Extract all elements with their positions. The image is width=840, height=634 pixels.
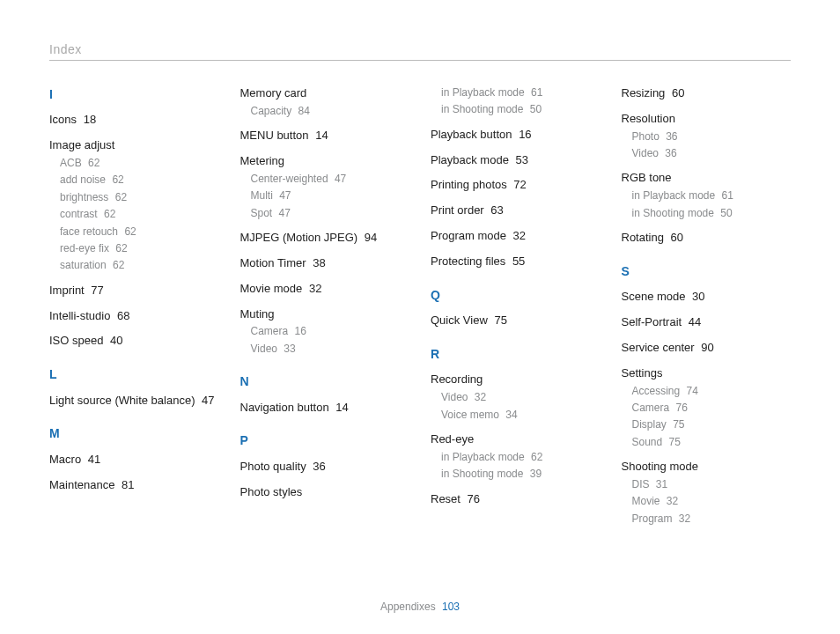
index-entry[interactable]: Imprint 77 [49, 283, 219, 299]
index-group-label[interactable]: Memory card [240, 85, 410, 102]
index-entry[interactable]: Scene mode 30 [622, 289, 792, 306]
index-subentry[interactable]: in Playback mode 61 [632, 188, 792, 203]
index-subentry-page: 62 [113, 242, 128, 254]
index-subentry-label: in Shooting mode [632, 207, 714, 219]
index-subentry-page: 39 [527, 468, 542, 480]
index-entry-page: 14 [313, 129, 328, 142]
index-subentry-label: Spot [251, 207, 273, 219]
index-entry[interactable]: Reset 76 [431, 491, 601, 508]
index-group-label[interactable]: Resolution [622, 111, 792, 128]
index-subentry[interactable]: Video 33 [251, 342, 410, 357]
footer-page: 103 [442, 601, 460, 613]
index-entry-label: Print order [431, 203, 484, 217]
index-subentry[interactable]: Camera 76 [632, 401, 792, 416]
index-group-label[interactable]: Metering [240, 153, 410, 170]
index-subentry[interactable]: add noise 62 [60, 173, 219, 188]
index-entry-label: Motion Timer [240, 256, 306, 269]
index-subentry-label: brightness [60, 191, 108, 203]
index-group-label[interactable]: RGB tone [622, 170, 792, 187]
index-subentry[interactable]: in Shooting mode 39 [441, 467, 601, 482]
index-entry-page: 44 [685, 315, 701, 328]
index-column: Resizing 60ResolutionPhoto 36Video 36RGB… [622, 85, 792, 535]
index-entry[interactable]: Self-Portrait 44 [622, 314, 792, 331]
index-entry[interactable]: Maintenance 81 [49, 477, 219, 494]
index-subentry[interactable]: Camera 16 [251, 324, 410, 339]
index-subentry-label: Capacity [251, 105, 292, 117]
index-entry[interactable]: MJPEG (Motion JPEG) 94 [240, 230, 410, 247]
index-subentry[interactable]: brightness 62 [60, 190, 219, 205]
index-entry[interactable]: Playback mode 53 [431, 152, 601, 169]
index-group-label[interactable]: Settings [622, 365, 792, 382]
index-group: RGB tonein Playback mode 61in Shooting m… [622, 170, 792, 221]
index-subentry[interactable]: saturation 62 [60, 258, 219, 273]
index-group-label[interactable]: Recording [431, 372, 601, 388]
index-entry[interactable]: Resizing 60 [622, 85, 792, 102]
index-group-label[interactable]: Image adjust [49, 137, 219, 154]
index-entry[interactable]: Movie mode 32 [240, 281, 410, 298]
index-entry[interactable]: Macro 41 [49, 452, 219, 468]
index-subentry[interactable]: Sound 75 [632, 435, 792, 450]
index-entry[interactable]: Printing photos 72 [431, 177, 601, 194]
index-subentry[interactable]: Center-weighted 47 [251, 172, 410, 187]
index-group-label[interactable]: Muting [240, 306, 410, 323]
index-entry[interactable]: ISO speed 40 [49, 333, 219, 350]
index-entry[interactable]: Motion Timer 38 [240, 255, 410, 272]
index-subentry-page: 62 [122, 225, 136, 238]
index-subentry[interactable]: in Shooting mode 50 [441, 102, 601, 117]
index-subentry[interactable]: Voice memo 34 [441, 408, 601, 423]
index-entry-page: 47 [198, 394, 214, 407]
index-subgroup: in Playback mode 61in Shooting mode 50 [431, 85, 601, 118]
index-subentry[interactable]: in Shooting mode 50 [632, 206, 792, 221]
index-entry[interactable]: Service center 90 [622, 340, 792, 357]
index-entry[interactable]: Light source (White balance) 47 [49, 393, 219, 409]
index-subentry[interactable]: in Playback mode 62 [441, 450, 601, 465]
index-entry[interactable]: Print order 63 [431, 203, 601, 219]
index-entry[interactable]: Quick View 75 [431, 313, 601, 329]
index-subentry[interactable]: Photo 36 [632, 129, 792, 144]
index-subentry[interactable]: Movie 32 [632, 494, 792, 509]
index-subentry-label: Accessing [632, 385, 681, 397]
index-entry[interactable]: Navigation button 14 [240, 400, 410, 417]
index-subentry-label: in Shooting mode [441, 468, 523, 480]
index-entry-page: 18 [80, 113, 96, 126]
index-subentry-page: 31 [653, 478, 668, 490]
index-entry-label: Light source (White balance) [49, 394, 195, 407]
index-group-label[interactable]: Red-eye [431, 431, 601, 448]
index-group-label[interactable]: Shooting mode [622, 459, 792, 476]
index-entry-label: Intelli-studio [49, 309, 110, 322]
index-entry[interactable]: Photo quality 36 [240, 459, 410, 476]
index-subentry[interactable]: red-eye fix 62 [60, 241, 219, 256]
index-subentry[interactable]: face retouch 62 [60, 225, 219, 240]
index-entry[interactable]: Intelli-studio 68 [49, 308, 219, 325]
index-subentry-page: 62 [110, 259, 125, 271]
index-subentry-page: 36 [662, 147, 677, 159]
index-subentry[interactable]: Accessing 74 [632, 384, 792, 399]
index-subentry[interactable]: Video 32 [441, 390, 601, 405]
index-subentry[interactable]: Program 32 [632, 512, 792, 527]
index-group: Shooting modeDIS 31Movie 32Program 32 [622, 459, 792, 527]
index-entry[interactable]: Protecting files 55 [431, 254, 601, 270]
index-entry[interactable]: Rotating 60 [622, 230, 792, 247]
index-subentry[interactable]: Display 75 [632, 417, 792, 432]
index-entry[interactable]: Icons 18 [49, 112, 219, 129]
index-subentry[interactable]: DIS 31 [632, 477, 792, 492]
index-subentry[interactable]: ACB 62 [60, 156, 219, 171]
index-entry[interactable]: Photo styles [240, 484, 410, 501]
index-subentry[interactable]: Multi 47 [251, 188, 410, 203]
index-entry[interactable]: Playback button 16 [431, 127, 601, 144]
index-subentry-label: Movie [632, 495, 660, 507]
index-subentry-label: add noise [60, 173, 106, 186]
index-entry-page: 81 [118, 478, 134, 491]
index-subentry[interactable]: Capacity 84 [251, 104, 410, 119]
index-entry-page: 16 [516, 128, 532, 141]
index-subentry[interactable]: contrast 62 [60, 207, 219, 222]
index-letter: L [49, 365, 219, 383]
index-subentry[interactable]: Spot 47 [251, 206, 410, 221]
index-subentry-label: Camera [251, 325, 289, 337]
index-subentry[interactable]: Video 36 [632, 146, 792, 161]
index-entry[interactable]: MENU button 14 [240, 128, 410, 144]
index-subentry[interactable]: in Playback mode 61 [441, 85, 601, 100]
index-subentry-label: in Playback mode [441, 86, 525, 99]
index-subentry-label: Program [632, 512, 673, 525]
index-entry[interactable]: Program mode 32 [431, 228, 601, 245]
